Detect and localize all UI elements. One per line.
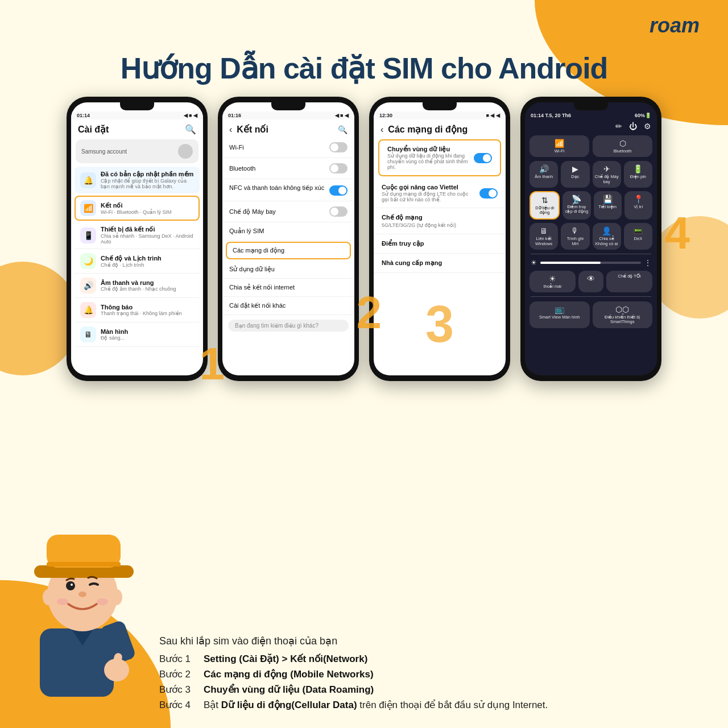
brightness-row: ☀ ⋮ [525,257,657,269]
airplane-toggle[interactable] [329,206,348,217]
brightness-icon[interactable]: ☀ [531,259,537,267]
qp-rotation-tile[interactable]: ▶ Dọc [561,161,589,188]
search-icon2[interactable]: 🔍 [338,125,348,134]
qp-save-icon: 💾 [603,195,613,204]
airplane-label: Chế độ Máy bay [229,208,276,216]
bluetooth-toggle[interactable] [329,163,348,173]
qp-share-tile[interactable]: 👤 Chia sẻ Không có ai [593,223,621,250]
qp-share-label: Chia sẻ Không có ai [595,237,619,246]
mobile-networks-row[interactable]: Các mạng di động [226,242,351,259]
volte-toggle[interactable] [479,188,498,198]
bluetooth-row[interactable]: Bluetooth [222,158,354,179]
qp-airplane-tile[interactable]: ✈ Chế độ Máy bay [593,161,621,188]
qp-hotspot-icon: 📡 [572,195,581,204]
brightness-menu[interactable]: ⋮ [644,259,651,267]
back-arrow-icon[interactable]: ‹ [229,125,232,135]
other-settings-row[interactable]: Cài đặt kết nối khác [222,297,354,315]
nfc-row[interactable]: NFC và thanh toán không tiếp xúc [222,179,354,201]
qp-battery-icon: 🔋 [633,164,643,173]
screen-title: Màn hình [101,328,194,335]
qp-power-icon[interactable]: ⏻ [629,122,637,131]
network-mode-item[interactable]: Chế độ mạng 5G/LTE/3G/2G (tự động kết nố… [374,208,506,234]
phone2-notch [271,102,305,110]
volte-row[interactable]: Cuộc gọi nâng cao Viettel Sử dụng mạng d… [374,179,506,208]
sound-title: Âm thanh và rung [101,279,194,286]
brightness-bar[interactable] [540,262,641,264]
apn-item[interactable]: Điểm truy cập [374,234,506,254]
other-settings-label: Cài đặt kết nối khác [229,302,286,309]
volte-title: Cuộc gọi nâng cao Viettel [382,184,476,191]
search-icon[interactable]: 🔍 [185,124,196,135]
sim-mgmt-label: Quản lý SIM [229,228,264,235]
qp-record-label: Trình ghi MH [563,237,587,246]
qp-wifi-label: Wi-Fi [555,149,565,154]
nfc-toggle[interactable] [329,185,348,196]
settings-item-screen[interactable]: 🖥 Màn hình Độ sáng... [75,322,200,347]
bluetooth-label: Bluetooth [229,165,255,172]
settings-item-mode[interactable]: 🌙 Chế độ và Lịch trình Chế độ · Lịch trì… [75,249,200,274]
character-illustration [17,523,148,717]
airplane-row[interactable]: Chế độ Máy bay [222,201,354,222]
phones-row: 01:14 ◀ ■ ◀ Cài đặt 🔍 Samsung account 🔔 … [23,97,705,381]
volte-labels: Cuộc gọi nâng cao Viettel Sử dụng mạng d… [382,184,476,202]
qp-record-tile[interactable]: 🎙 Trình ghi MH [561,223,589,250]
search-bar[interactable]: Bạn đang tìm kiếm điều gì khác? [228,320,349,332]
qp-airplane-label: Chế độ Máy bay [595,175,619,184]
settings-item-notif[interactable]: 🔔 Thông báo Thanh trạng thái · Không làm… [75,298,200,322]
qp-smartview-icon: 📺 [555,305,564,314]
phone1-screen: 01:14 ◀ ■ ◀ Cài đặt 🔍 Samsung account 🔔 … [71,102,203,375]
qp-battery-tile[interactable]: 🔋 Điện pin [624,161,652,188]
wifi-toggle[interactable] [329,142,348,152]
step2-row: Bước 2 Các mạng di động (Mobile Networks… [159,668,700,680]
step4-row: Bước 4 Bật Dữ liệu di động(Cellular Data… [159,699,700,711]
qp-settings-icon[interactable]: ⚙ [644,122,651,131]
svg-point-14 [78,592,86,597]
hotspot-row[interactable]: Chia sẻ kết nối internet [222,279,354,297]
phone1-wrapper: 01:14 ◀ ■ ◀ Cài đặt 🔍 Samsung account 🔔 … [67,97,208,381]
nfc-label: NFC và thanh toán không tiếp xúc [229,184,329,192]
phone4-frame: 01:14 T.5, 20 Th6 60%🔋 ✏ ⏻ ⚙ 📶 Wi-Fi [520,97,661,381]
qp-location-tile[interactable]: 📍 Vị trí [624,191,652,220]
qp-smartthings-icon: ⬡⬡ [615,305,629,314]
qp-save-tile[interactable]: 💾 Tiết kiệm [594,191,622,220]
phone3-status: 12:30 ■ ◀ ◀ [374,111,506,119]
phone2-time: 01:16 [228,113,241,118]
qp-mode-tile[interactable]: Chế độ TỐi [606,271,652,292]
ketnoi-icon: 📶 [80,200,96,216]
qp-smartthings-tile[interactable]: ⬡⬡ Điều khiển thiết bị SmartThings [593,301,653,328]
sound-text: Âm thanh và rung Chế độ âm thanh · Nhạc … [101,279,194,292]
device-title: Thiết bị đã kết nối [101,226,194,233]
data-roaming-row[interactable]: Chuyển vùng dữ liệu Sử dụng dữ liệu di đ… [378,139,501,176]
step4-desc: Bật Dữ liệu di động(Cellular Data) trên … [204,699,548,711]
qp-bottom: ☀ thoải mái 👁 Chế độ TỐi [525,269,657,294]
instruction-intro: Sau khi lắp sim vào điện thoại của bạn [159,635,700,647]
qp-eye-tile[interactable]: 👁 [578,271,603,292]
settings-item-update[interactable]: 🔔 Đã có bản cập nhật phần mềm Cập nhật đ… [75,167,200,193]
qp-wifi-tile[interactable]: 📶 Wi-Fi [530,135,589,157]
qp-dex-tile[interactable]: 📟 DeX [624,223,652,250]
data-roaming-toggle[interactable] [474,153,492,163]
qp-mobiledata-tile[interactable]: ⇅ Dữ liệu di động [530,191,560,220]
data-usage-row[interactable]: Sử dụng dữ liệu [222,260,354,279]
qp-dark-tile[interactable]: ☀ thoải mái [530,271,576,292]
step4-number: 4 [665,210,690,256]
sim-mgmt-row[interactable]: Quản lý SIM [222,222,354,241]
qp-share-icon: 👤 [602,226,611,235]
step3-center: 3 [425,295,454,354]
sound-icon: 🔊 [80,278,96,293]
qp-smartview-tile[interactable]: 📺 Smart View Màn hình [530,301,590,328]
qp-windows-tile[interactable]: 🖥 Liên kết Windows [530,223,558,250]
qp-bluetooth-tile[interactable]: ⬡ Bluetooth [593,135,652,157]
provider-item[interactable]: Nhà cung cấp mạng [374,254,506,273]
phone2-screen: 01:16 ◀ ■ ◀ ‹ Kết nối 🔍 Wi-Fi Bluetooth [222,102,354,375]
phone3-back-icon[interactable]: ‹ [380,125,383,135]
qp-sound-tile[interactable]: 🔊 Âm thanh [530,161,558,188]
settings-item-ketnoii[interactable]: 📶 Kết nối Wi-Fi · Bluetooth · Quản lý SI… [75,196,200,221]
qp-rotation-icon: ▶ [572,164,578,173]
settings-item-sound[interactable]: 🔊 Âm thanh và rung Chế độ âm thanh · Nhạ… [75,274,200,298]
wifi-row[interactable]: Wi-Fi [222,137,354,158]
settings-item-device[interactable]: 📱 Thiết bị đã kết nối Chia sẻ nhanh · Sa… [75,222,200,249]
samsung-account[interactable]: Samsung account [76,139,198,163]
qp-edit-icon[interactable]: ✏ [615,122,622,131]
qp-hotspot-tile[interactable]: 📡 Điểm truy cập di động [562,191,590,220]
